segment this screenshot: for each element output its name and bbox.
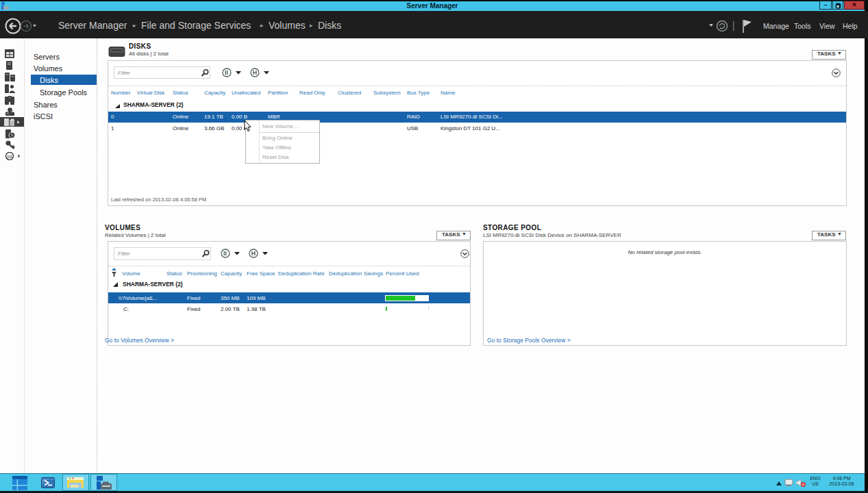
svg-text:ps: ps [8, 154, 13, 160]
